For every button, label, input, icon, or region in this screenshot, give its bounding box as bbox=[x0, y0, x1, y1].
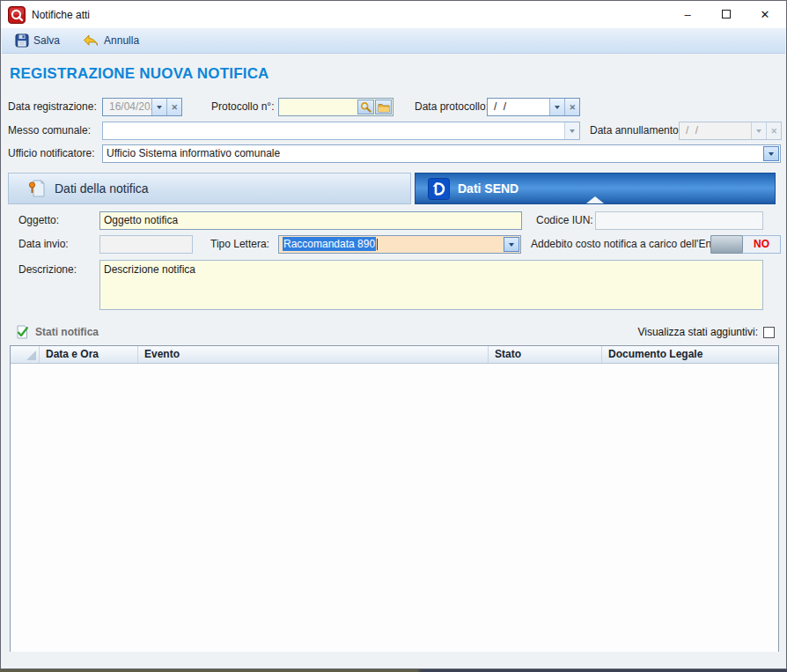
window-controls: – ✕ bbox=[668, 1, 784, 27]
grid-header-row: Data e Ora Evento Stato Documento Legale bbox=[11, 346, 778, 364]
stati-notifica-grid: Data e Ora Evento Stato Documento Legale bbox=[10, 345, 779, 652]
data-registrazione-value: 16/04/2026 bbox=[103, 99, 151, 115]
data-invio-input[interactable] bbox=[99, 235, 193, 254]
save-button[interactable]: Salva bbox=[9, 32, 66, 49]
messo-comunale-combo[interactable] bbox=[102, 122, 580, 140]
text-cursor bbox=[377, 239, 378, 250]
checked-document-icon bbox=[15, 325, 29, 339]
close-icon: ✕ bbox=[761, 8, 770, 21]
chevron-down-icon bbox=[555, 106, 560, 109]
document-pin-icon bbox=[28, 179, 46, 198]
send-logo-icon bbox=[428, 178, 450, 200]
grid-row-selector-header[interactable] bbox=[11, 346, 40, 363]
data-protocollo-field[interactable]: / / ✕ bbox=[487, 98, 580, 116]
chevron-down-icon bbox=[769, 152, 774, 156]
addebito-label: Addebito costo notifica a carico dell'En… bbox=[531, 235, 723, 254]
data-annullamento-clear-button[interactable]: ✕ bbox=[766, 122, 781, 139]
protocollo-folder-button[interactable] bbox=[375, 100, 392, 114]
save-icon bbox=[15, 33, 29, 48]
data-invio-label: Data invio: bbox=[18, 235, 69, 254]
column-header-stato[interactable]: Stato bbox=[489, 346, 602, 363]
clear-icon: ✕ bbox=[569, 103, 576, 112]
ufficio-notificatore-dropdown-button[interactable] bbox=[763, 146, 779, 161]
tab-dati-della-notifica[interactable]: Dati della notifica bbox=[8, 173, 411, 204]
cancel-button[interactable]: Annulla bbox=[77, 32, 145, 50]
data-registrazione-label: Data registrazione: bbox=[8, 98, 97, 116]
clear-icon: ✕ bbox=[770, 127, 777, 136]
ufficio-notificatore-label: Ufficio notificatore: bbox=[8, 144, 95, 163]
messo-comunale-dropdown-button[interactable] bbox=[564, 122, 579, 139]
folder-icon bbox=[378, 102, 390, 113]
column-header-evento[interactable]: Evento bbox=[138, 346, 489, 363]
maximize-button[interactable] bbox=[707, 1, 746, 27]
clear-icon: ✕ bbox=[171, 103, 178, 112]
protocollo-search-button[interactable] bbox=[357, 100, 374, 114]
page-title: REGISTRAZIONE NUOVA NOTIFICA bbox=[10, 65, 269, 83]
tab-label: Dati della notifica bbox=[55, 181, 149, 196]
window-title: Notifiche atti bbox=[32, 9, 90, 21]
protocollo-field[interactable] bbox=[278, 98, 394, 116]
tipo-lettera-value: Raccomandata 890 bbox=[283, 237, 376, 251]
data-protocollo-label: Data protocollo: bbox=[415, 98, 489, 116]
protocollo-value bbox=[279, 99, 357, 115]
codice-iun-label: Codice IUN: bbox=[536, 211, 593, 230]
column-header-data-e-ora[interactable]: Data e Ora bbox=[40, 346, 138, 363]
descrizione-label: Descrizione: bbox=[18, 261, 77, 279]
data-annullamento-field[interactable]: / / ✕ bbox=[679, 122, 782, 140]
ufficio-notificatore-combo[interactable]: Ufficio Sistema informativo comunale bbox=[102, 144, 781, 163]
data-protocollo-dropdown-button[interactable] bbox=[549, 99, 564, 115]
data-annullamento-value: / / bbox=[680, 122, 751, 139]
data-annullamento-label: Data annullamento: bbox=[590, 122, 681, 140]
search-icon bbox=[360, 101, 371, 113]
tab-dati-send[interactable]: Dati SEND bbox=[415, 173, 776, 204]
data-registrazione-dropdown-button[interactable] bbox=[151, 99, 166, 115]
close-button[interactable]: ✕ bbox=[746, 1, 784, 27]
protocollo-label: Protocollo n°: bbox=[211, 98, 275, 116]
toolbar: Salva Annulla bbox=[2, 28, 785, 54]
minimize-icon: – bbox=[684, 8, 690, 21]
tipo-lettera-dropdown-button[interactable] bbox=[504, 237, 519, 252]
data-registrazione-clear-button[interactable]: ✕ bbox=[166, 99, 181, 115]
screen: Notifiche atti – ✕ Salva Annulla bbox=[0, 0, 787, 672]
data-annullamento-dropdown-button[interactable] bbox=[751, 122, 766, 139]
tipo-lettera-combo[interactable]: Raccomandata 890 bbox=[278, 235, 521, 254]
app-icon bbox=[8, 6, 26, 24]
stati-notifica-title: Stati notifica bbox=[35, 326, 99, 338]
oggetto-label: Oggetto: bbox=[18, 211, 59, 230]
visualizza-stati-label: Visualizza stati aggiuntivi: bbox=[637, 326, 758, 338]
data-protocollo-clear-button[interactable]: ✕ bbox=[564, 99, 579, 115]
chevron-down-icon bbox=[756, 129, 761, 133]
app-window: Notifiche atti – ✕ Salva Annulla bbox=[0, 0, 787, 669]
addebito-toggle-value: NO bbox=[743, 236, 780, 253]
tab-label: Dati SEND bbox=[458, 181, 519, 196]
maximize-icon bbox=[722, 10, 731, 18]
stati-notifica-header: Stati notifica bbox=[15, 325, 99, 339]
selector-triangle-icon bbox=[26, 351, 36, 360]
save-label: Salva bbox=[33, 34, 60, 47]
addebito-toggle[interactable]: NO bbox=[710, 235, 781, 254]
ufficio-notificatore-value: Ufficio Sistema informativo comunale bbox=[103, 145, 762, 162]
column-header-documento-legale[interactable]: Documento Legale bbox=[602, 346, 778, 363]
minimize-button[interactable]: – bbox=[668, 1, 707, 27]
data-protocollo-value: / / bbox=[488, 99, 549, 115]
oggetto-input[interactable]: Oggetto notifica bbox=[99, 211, 522, 230]
toggle-knob bbox=[710, 235, 743, 254]
title-bar: Notifiche atti – ✕ bbox=[1, 1, 786, 28]
codice-iun-input[interactable] bbox=[595, 211, 763, 230]
chevron-down-icon bbox=[509, 243, 514, 247]
chevron-down-icon bbox=[157, 106, 162, 109]
chevron-down-icon bbox=[570, 129, 575, 133]
grid-body-empty[interactable] bbox=[11, 364, 778, 652]
tipo-lettera-label: Tipo Lettera: bbox=[210, 235, 269, 254]
messo-comunale-value bbox=[103, 122, 564, 139]
undo-icon bbox=[83, 33, 99, 48]
data-registrazione-field[interactable]: 16/04/2026 ✕ bbox=[102, 98, 182, 116]
visualizza-stati-checkbox[interactable] bbox=[763, 327, 775, 338]
messo-comunale-label: Messo comunale: bbox=[8, 122, 91, 140]
descrizione-textarea[interactable]: Descrizione notifica bbox=[99, 260, 763, 310]
cancel-label: Annulla bbox=[104, 34, 139, 47]
